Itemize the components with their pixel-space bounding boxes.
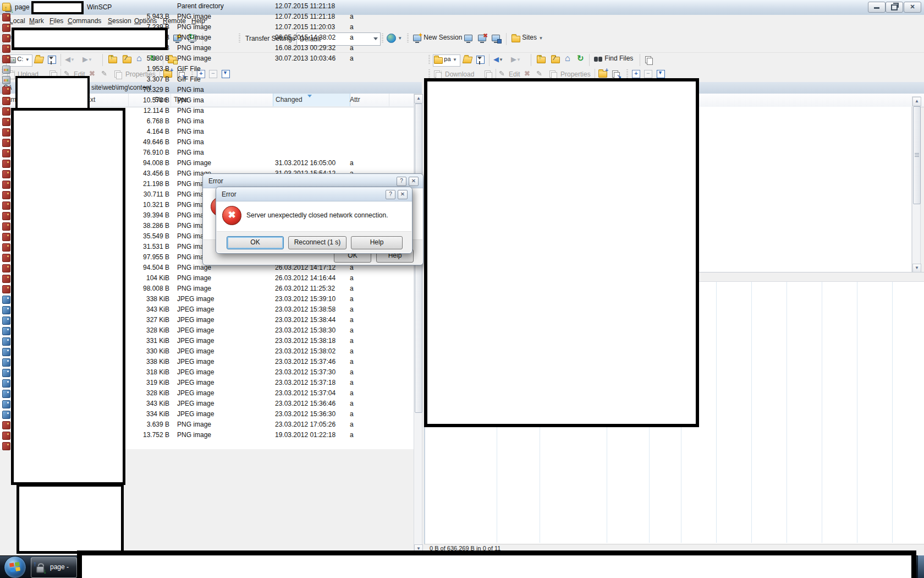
file-type-icon-jpg xyxy=(2,369,10,377)
file-size: 6.768 B xyxy=(127,116,169,127)
parent-directory-button[interactable]: ↑ xyxy=(536,54,546,63)
file-type-icon-jpg xyxy=(2,306,10,314)
file-size: 5.880 B xyxy=(127,53,169,64)
new-folder-button[interactable]: + xyxy=(598,69,607,78)
find-files-button[interactable]: Find Files xyxy=(593,54,633,63)
file-type: PNG ima xyxy=(177,137,204,148)
close-icon[interactable]: ✕ xyxy=(409,177,419,186)
copy-button[interactable] xyxy=(483,69,493,78)
scroll-up-icon[interactable]: ▲ xyxy=(912,97,921,106)
home-icon: ⌂ xyxy=(565,54,570,63)
close-icon[interactable]: ✕ xyxy=(398,190,408,199)
close-session-button[interactable]: ✖ xyxy=(477,34,487,42)
dialog-title-bar[interactable]: Error ? ✕ xyxy=(216,187,412,201)
new-file-button[interactable]: ↘ xyxy=(611,69,620,78)
file-size: 30.711 B xyxy=(127,189,169,200)
download-label: Download xyxy=(445,70,474,78)
filter-button[interactable] xyxy=(476,55,485,64)
rename-button[interactable]: ✎ xyxy=(536,69,542,78)
file-type: JPEG image xyxy=(177,325,214,336)
toolbar-grip[interactable] xyxy=(428,55,430,65)
root-directory-button[interactable]: ∕ xyxy=(551,54,560,63)
monitor-new-icon: ✦ xyxy=(413,34,422,42)
back-button[interactable]: ◀▼ xyxy=(493,55,503,64)
file-type: JPEG image xyxy=(177,357,214,367)
file-size: 104 KiB xyxy=(127,273,169,283)
edit-button[interactable]: ✎ xyxy=(499,69,505,78)
file-size: 3.639 B xyxy=(127,419,169,430)
file-type: PNG ima xyxy=(177,95,204,106)
file-type: PNG ima xyxy=(177,106,204,116)
show-desktop-button[interactable] xyxy=(917,555,924,578)
column-grid-line xyxy=(857,282,857,543)
file-size: 343 KiB xyxy=(127,399,169,409)
delete-button[interactable]: ✖ xyxy=(524,69,530,78)
file-row[interactable]: 5.880 BPNG image30.07.2013 10:03:46a xyxy=(0,53,414,64)
file-type: JPEG image xyxy=(177,315,214,325)
taskbar-winscp-button[interactable]: ↑↓ page - xyxy=(31,557,77,578)
copy-icon xyxy=(483,69,493,78)
close-button[interactable]: ✕ xyxy=(904,2,921,13)
properties-button[interactable] xyxy=(548,69,558,78)
file-type: PNG image xyxy=(177,158,211,168)
help-question-icon[interactable]: ? xyxy=(386,190,395,199)
scroll-up-icon[interactable]: ▲ xyxy=(414,94,423,103)
file-changed: 23.03.2012 15:38:02 xyxy=(275,346,336,357)
scroll-down-icon[interactable]: ▼ xyxy=(912,264,921,272)
file-attr: a xyxy=(350,294,354,304)
help-question-icon[interactable]: ? xyxy=(397,177,406,186)
error-dialog-front: Error ? ✕ ✖ Server unexpectedly closed n… xyxy=(216,187,413,254)
redaction-box-right-panel xyxy=(424,78,699,427)
remote-scrollbar[interactable]: ▲ ▼ xyxy=(912,96,921,273)
file-attr: a xyxy=(350,304,354,315)
file-type: JPEG image xyxy=(177,409,214,419)
ok-button[interactable]: OK xyxy=(227,236,284,249)
download-icon: ↓ xyxy=(433,69,442,78)
reconnect-button[interactable]: Reconnect (1 s) xyxy=(288,236,346,249)
local-scrollbar[interactable]: ▲ ▼ xyxy=(414,94,422,557)
file-type-icon-png xyxy=(2,55,10,63)
file-row[interactable]: 1.953 BGIF File xyxy=(0,64,414,74)
filter-ok-button[interactable]: ▼ xyxy=(656,69,666,78)
minimize-button[interactable] xyxy=(868,2,886,13)
file-changed: 12.07.2015 11:20:03 xyxy=(275,22,335,32)
file-type-icon-png xyxy=(2,24,10,32)
file-size: 327 KiB xyxy=(127,315,169,325)
file-type: JPEG image xyxy=(177,399,214,409)
open-directory-button[interactable] xyxy=(463,54,472,63)
file-changed: 23.03.2012 15:37:46 xyxy=(275,357,336,367)
file-type: PNG image xyxy=(177,12,211,22)
file-attr: a xyxy=(350,158,354,168)
file-type: JPEG image xyxy=(177,304,214,315)
restore-button[interactable] xyxy=(886,2,903,13)
redaction-box-title xyxy=(31,1,84,14)
sites-button[interactable]: Sites ▼ xyxy=(511,34,543,42)
expand-button[interactable]: + xyxy=(632,70,640,78)
forward-button[interactable]: ▶▼ xyxy=(511,55,521,64)
copy-icon xyxy=(644,55,653,64)
home-directory-button[interactable]: ⌂ xyxy=(565,54,570,63)
save-session-button[interactable] xyxy=(491,34,501,42)
forward-icon: ▶ xyxy=(511,55,516,64)
start-button[interactable] xyxy=(4,556,26,578)
file-changed: 23.03.2012 15:37:04 xyxy=(275,388,336,399)
download-button[interactable]: ↓ xyxy=(433,69,442,78)
redaction-box-bottom-left xyxy=(16,484,124,554)
file-attr: a xyxy=(350,388,354,399)
column-grid-line xyxy=(787,282,787,543)
remote-scrollbar-thumb[interactable] xyxy=(913,106,921,204)
taskbar-app-label: page - xyxy=(50,563,69,571)
copy-settings-button[interactable] xyxy=(644,55,653,64)
column-grid-line xyxy=(822,282,822,543)
winscp-lock-icon: ↑↓ xyxy=(34,561,46,573)
new-session-button[interactable]: ✦ New Session xyxy=(413,34,462,42)
help-button[interactable]: Help xyxy=(351,236,403,249)
duplicate-session-button[interactable] xyxy=(464,34,473,42)
file-size: 319 KiB xyxy=(127,378,169,388)
refresh-button[interactable]: ↻ xyxy=(577,54,584,63)
chevron-down-icon: ▼ xyxy=(538,36,543,41)
collapse-button[interactable]: − xyxy=(644,70,652,78)
file-type: PNG ima xyxy=(177,148,204,158)
file-changed: 23.03.2012 15:38:58 xyxy=(275,304,336,315)
remote-dir-combo[interactable]: pa ▼ xyxy=(433,54,460,67)
